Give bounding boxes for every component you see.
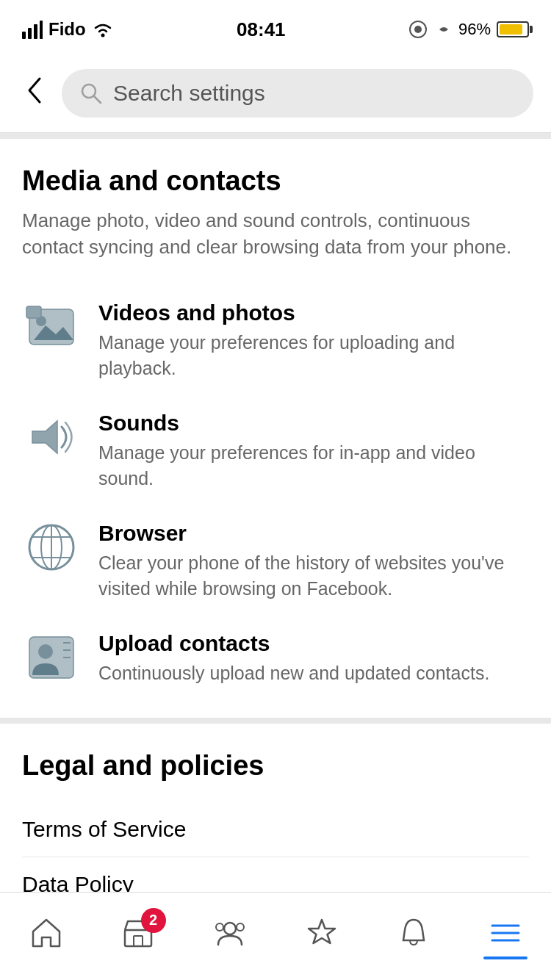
upload-contacts-text: Upload contacts Continuously upload new … [98, 628, 529, 686]
upload-contacts-item[interactable]: Upload contacts Continuously upload new … [22, 615, 529, 700]
svg-marker-13 [32, 421, 57, 453]
nav-groups[interactable] [199, 907, 261, 959]
media-contacts-section: Media and contacts Manage photo, video a… [0, 139, 551, 718]
nav-starred[interactable] [291, 907, 353, 959]
search-bar-container: Search settings [0, 59, 551, 133]
battery-percent: 96% [458, 20, 491, 39]
svg-point-29 [237, 923, 244, 931]
media-section-title: Media and contacts [22, 165, 529, 197]
middle-divider [0, 718, 551, 724]
browser-item[interactable]: Browser Clear your phone of the history … [22, 505, 529, 615]
status-time: 08:41 [237, 18, 286, 41]
svg-point-27 [224, 923, 236, 934]
browser-title: Browser [98, 521, 529, 546]
starred-icon [303, 914, 341, 952]
svg-rect-0 [22, 32, 26, 39]
svg-line-8 [94, 96, 101, 103]
carrier-name: Fido [48, 19, 86, 40]
search-input-wrapper[interactable]: Search settings [62, 69, 533, 118]
svg-rect-12 [26, 306, 41, 318]
sounds-text: Sounds Manage your preferences for in-ap… [98, 408, 529, 491]
screen-record-icon [408, 20, 428, 39]
browser-desc: Clear your phone of the history of websi… [98, 550, 529, 602]
search-icon [79, 82, 103, 105]
sounds-icon [22, 408, 81, 466]
legal-section-title: Legal and policies [22, 750, 529, 782]
svg-point-4 [101, 34, 104, 37]
groups-icon [211, 914, 249, 952]
nav-notifications[interactable] [383, 907, 444, 959]
top-divider [0, 133, 551, 139]
nav-home[interactable] [15, 907, 77, 959]
status-right: 96% [408, 20, 529, 39]
bottom-nav: 2 [0, 892, 551, 980]
svg-rect-24 [125, 930, 151, 946]
videos-photos-icon [22, 298, 81, 356]
nav-active-indicator [483, 956, 527, 959]
sounds-title: Sounds [98, 411, 529, 436]
battery-icon [497, 21, 529, 37]
browser-text: Browser Clear your phone of the history … [98, 518, 529, 602]
carrier-signal: Fido [22, 19, 114, 40]
svg-rect-26 [134, 936, 143, 946]
videos-photos-desc: Manage your preferences for uploading an… [98, 330, 529, 381]
nav-menu[interactable] [475, 907, 536, 959]
sounds-desc: Manage your preferences for in-app and v… [98, 440, 529, 491]
wifi-icon [92, 21, 114, 38]
videos-photos-item[interactable]: Videos and photos Manage your preference… [22, 284, 529, 394]
upload-contacts-desc: Continuously upload new and updated cont… [98, 660, 529, 686]
browser-icon [22, 518, 81, 577]
notifications-icon [395, 914, 433, 952]
sounds-item[interactable]: Sounds Manage your preferences for in-ap… [22, 394, 529, 505]
svg-rect-2 [34, 24, 37, 39]
videos-photos-text: Videos and photos Manage your preference… [98, 298, 529, 381]
store-badge: 2 [141, 908, 166, 933]
status-bar: Fido 08:41 96% [0, 0, 551, 59]
terms-of-service-item[interactable]: Terms of Service [22, 802, 529, 857]
search-placeholder: Search settings [113, 81, 516, 106]
back-button[interactable] [18, 74, 50, 113]
home-icon [27, 914, 65, 952]
upload-contacts-icon [22, 628, 81, 687]
menu-icon [486, 914, 525, 952]
svg-point-20 [38, 644, 53, 659]
svg-point-6 [414, 26, 422, 33]
svg-rect-1 [28, 28, 32, 39]
moon-icon [433, 20, 453, 39]
svg-rect-3 [40, 21, 43, 39]
nav-store[interactable]: 2 [107, 907, 169, 959]
media-section-description: Manage photo, video and sound controls, … [22, 207, 529, 261]
signal-icon [22, 20, 43, 39]
svg-point-28 [216, 923, 223, 931]
videos-photos-title: Videos and photos [98, 300, 529, 325]
upload-contacts-title: Upload contacts [98, 631, 529, 656]
